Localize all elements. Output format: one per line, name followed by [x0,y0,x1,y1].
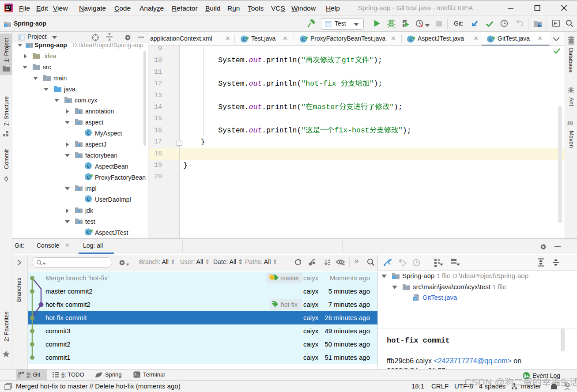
svg-text:c: c [87,130,90,136]
svg-text:c: c [302,36,305,42]
svg-text:c: c [87,229,90,235]
svg-text:c: c [87,196,90,202]
svg-text:c: c [489,36,492,42]
svg-text:c: c [87,174,90,180]
svg-text:c: c [409,36,412,42]
svg-text:c: c [87,163,90,169]
svg-text:c: c [243,36,245,42]
svg-text:J: J [414,298,416,301]
